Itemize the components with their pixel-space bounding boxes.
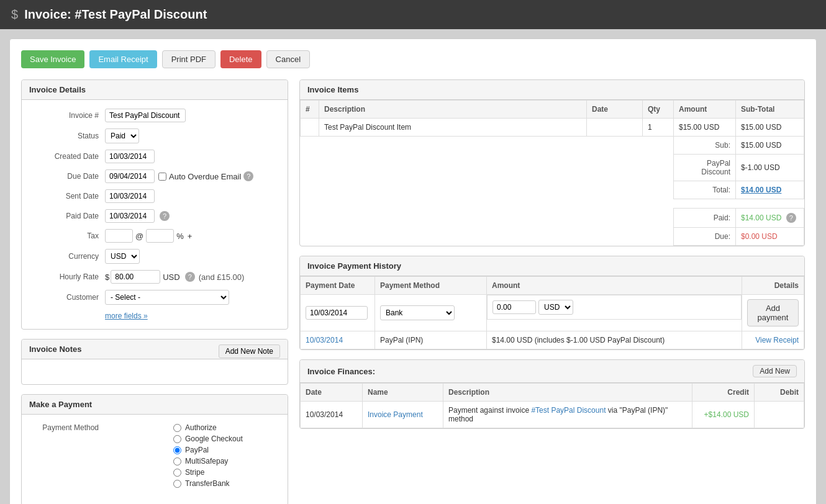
fin-debit — [755, 402, 804, 428]
customer-select[interactable]: - Select - — [105, 290, 229, 305]
ph-new-date — [301, 295, 375, 331]
google-checkout-label: Google Checkout — [185, 434, 243, 443]
tax-input-1[interactable] — [105, 229, 133, 243]
ph-method-select[interactable]: Bank — [380, 305, 455, 320]
paid-date-row: Paid Date ? — [30, 209, 279, 223]
col-subtotal-header: Sub-Total — [736, 101, 804, 119]
ph-amount-input[interactable] — [492, 300, 536, 314]
tax-input-2[interactable] — [146, 229, 174, 243]
paid-date-input[interactable] — [105, 209, 155, 223]
finances-table: Date Name Description Credit Debit 10/03… — [300, 383, 804, 428]
content-row: Invoice Details Invoice # Status Paid Cr… — [21, 79, 805, 504]
hourly-rate-label: Hourly Rate — [30, 272, 99, 281]
more-fields-link[interactable]: more fields » — [30, 311, 279, 320]
main-container: Save Invoice Email Receipt Print PDF Del… — [9, 38, 817, 504]
summary-total-row: Total: $14.00 USD — [301, 181, 804, 199]
paypal-discount-label: PayPal Discount — [674, 155, 736, 181]
payment-method-stripe[interactable]: Stripe — [173, 468, 243, 477]
payment-method-google-checkout[interactable]: Google Checkout — [173, 434, 243, 443]
ph-add-btn-cell: Add payment — [742, 295, 804, 331]
stripe-label: Stripe — [185, 468, 204, 477]
table-row: 10/03/2014 Invoice Payment Payment again… — [301, 402, 804, 428]
add-new-finance-button[interactable]: Add New — [753, 365, 797, 377]
transferbank-radio[interactable] — [173, 480, 181, 488]
ph-date-input[interactable] — [306, 306, 368, 320]
due-value: $0.00 USD — [736, 228, 804, 246]
customer-row: Customer - Select - — [30, 290, 279, 305]
payment-method-authorize[interactable]: Authorize — [173, 423, 243, 432]
print-pdf-button[interactable]: Print PDF — [162, 50, 216, 68]
google-checkout-radio[interactable] — [173, 435, 181, 443]
col-num-header: # — [301, 101, 319, 119]
invoice-items-header: Invoice Items — [300, 80, 804, 100]
authorize-label: Authorize — [185, 423, 217, 432]
cancel-button[interactable]: Cancel — [266, 50, 310, 68]
due-date-input[interactable] — [105, 169, 155, 183]
currency-select[interactable]: USD — [105, 249, 140, 264]
payment-method-label: Payment Method — [30, 423, 99, 432]
hourly-rate-input[interactable] — [111, 270, 160, 284]
paid-date-label: Paid Date — [30, 212, 99, 220]
summary-sub-row: Sub: $15.00 USD — [301, 137, 804, 155]
paid-help-icon[interactable]: ? — [786, 213, 796, 223]
hourly-rate-help-icon[interactable]: ? — [185, 272, 195, 282]
delete-button[interactable]: Delete — [220, 50, 261, 68]
add-note-button[interactable]: Add New Note — [219, 344, 280, 358]
payment-method-options: Authorize Google Checkout PayPal — [173, 423, 243, 490]
auto-overdue-help-icon[interactable]: ? — [243, 171, 253, 181]
payment-history-header: Invoice Payment History — [300, 256, 804, 276]
left-column: Invoice Details Invoice # Status Paid Cr… — [21, 79, 288, 504]
status-label: Status — [30, 132, 99, 140]
status-select[interactable]: Paid — [105, 128, 139, 143]
ph-date: 10/03/2014 — [301, 331, 375, 349]
finances-title: Invoice Finances: — [307, 367, 375, 376]
created-date-label: Created Date — [30, 152, 99, 161]
item-num — [301, 119, 319, 137]
invoice-notes-card: Invoice Notes Add New Note — [21, 339, 288, 385]
created-date-row: Created Date — [30, 150, 279, 163]
multisafepay-radio[interactable] — [173, 457, 181, 466]
created-date-input[interactable] — [105, 150, 155, 163]
email-receipt-button[interactable]: Email Receipt — [89, 50, 157, 68]
ph-new-method: Bank — [375, 295, 487, 331]
payment-method-multisafepay[interactable]: MultiSafepay — [173, 457, 243, 466]
currency-label: Currency — [30, 252, 99, 261]
item-description: Test PayPal Discount Item — [319, 119, 587, 137]
page-title: Invoice: #Test PayPal Discount — [24, 7, 207, 22]
paid-date-help-icon[interactable]: ? — [160, 211, 170, 221]
due-label: Due: — [674, 228, 736, 246]
add-payment-button[interactable]: Add payment — [747, 299, 799, 326]
make-payment-body: Payment Method Authorize Google Checkout — [22, 415, 288, 504]
paypal-radio[interactable] — [173, 446, 181, 454]
ph-amount: $14.00 USD (includes $-1.00 USD PayPal D… — [487, 331, 742, 349]
notes-body — [22, 359, 288, 384]
item-qty: 1 — [643, 119, 674, 137]
col-desc-header: Description — [319, 101, 587, 119]
payment-method-transferbank[interactable]: TransferBank — [173, 479, 243, 488]
due-date-label: Due Date — [30, 172, 99, 181]
sub-label: Sub: — [674, 137, 736, 155]
ph-col-method: Payment Method — [375, 277, 487, 295]
col-amount-header: Amount — [674, 101, 736, 119]
fin-col-debit: Debit — [755, 384, 804, 402]
ph-new-amount: USD — [487, 295, 742, 320]
fin-col-name: Name — [363, 384, 443, 402]
authorize-radio[interactable] — [173, 424, 181, 432]
item-amount: $15.00 USD — [674, 119, 736, 137]
hourly-rate-extra: (and £15.00) — [199, 272, 245, 282]
fin-description: Payment against invoice #Test PayPal Dis… — [443, 402, 692, 428]
invoice-details-header: Invoice Details — [22, 80, 288, 100]
auto-overdue-checkbox[interactable] — [158, 173, 166, 181]
sent-date-label: Sent Date — [30, 192, 99, 200]
fin-col-credit: Credit — [692, 384, 755, 402]
save-invoice-button[interactable]: Save Invoice — [21, 50, 84, 68]
total-label: Total: — [674, 181, 736, 199]
sent-date-input[interactable] — [105, 189, 155, 203]
payment-method-paypal[interactable]: PayPal — [173, 446, 243, 454]
make-payment-card: Make a Payment Payment Method Authorize … — [21, 394, 288, 504]
currency-row: Currency USD — [30, 249, 279, 264]
invoice-notes-header: Invoice Notes Add New Note — [22, 340, 288, 359]
ph-currency-select[interactable]: USD — [538, 300, 573, 315]
invoice-num-input[interactable] — [105, 109, 186, 122]
stripe-radio[interactable] — [173, 469, 181, 477]
